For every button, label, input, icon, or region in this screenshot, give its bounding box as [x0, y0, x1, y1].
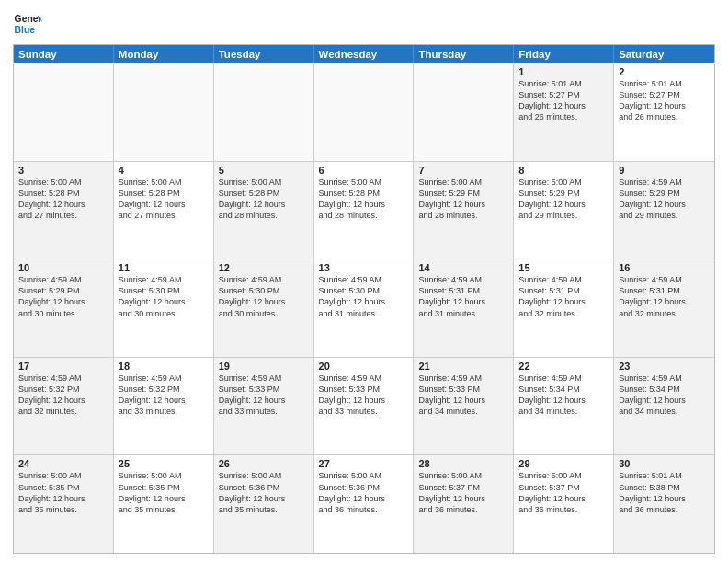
calendar-row-3: 10Sunrise: 4:59 AM Sunset: 5:29 PM Dayli…: [14, 259, 714, 357]
svg-text:Blue: Blue: [15, 25, 36, 35]
calendar-cell: [114, 63, 214, 161]
day-number: 22: [518, 361, 609, 372]
day-number: 4: [119, 165, 209, 176]
calendar-cell: 29Sunrise: 5:00 AM Sunset: 5:37 PM Dayli…: [514, 455, 614, 553]
day-number: 28: [418, 458, 508, 469]
calendar-cell: 1Sunrise: 5:01 AM Sunset: 5:27 PM Daylig…: [514, 63, 614, 161]
day-number: 5: [219, 165, 309, 176]
calendar-cell: 23Sunrise: 4:59 AM Sunset: 5:34 PM Dayli…: [614, 358, 714, 455]
cell-info: Sunrise: 4:59 AM Sunset: 5:31 PM Dayligh…: [518, 274, 609, 319]
cell-info: Sunrise: 4:59 AM Sunset: 5:32 PM Dayligh…: [119, 373, 209, 418]
calendar-row-1: 1Sunrise: 5:01 AM Sunset: 5:27 PM Daylig…: [14, 63, 714, 161]
calendar-cell: 3Sunrise: 5:00 AM Sunset: 5:28 PM Daylig…: [14, 162, 114, 259]
calendar-cell: 11Sunrise: 4:59 AM Sunset: 5:30 PM Dayli…: [114, 259, 214, 357]
calendar-cell: 22Sunrise: 4:59 AM Sunset: 5:34 PM Dayli…: [514, 358, 614, 455]
cell-info: Sunrise: 4:59 AM Sunset: 5:34 PM Dayligh…: [619, 373, 710, 418]
calendar-cell: [14, 63, 114, 161]
day-number: 3: [18, 165, 108, 176]
cell-info: Sunrise: 5:00 AM Sunset: 5:37 PM Dayligh…: [518, 470, 609, 515]
calendar-cell: [214, 63, 314, 161]
day-number: 21: [418, 361, 508, 372]
calendar-cell: [314, 63, 415, 161]
cell-info: Sunrise: 5:01 AM Sunset: 5:27 PM Dayligh…: [619, 78, 710, 123]
calendar-cell: 9Sunrise: 4:59 AM Sunset: 5:29 PM Daylig…: [614, 162, 714, 259]
calendar-cell: 28Sunrise: 5:00 AM Sunset: 5:37 PM Dayli…: [414, 455, 514, 553]
cell-info: Sunrise: 4:59 AM Sunset: 5:30 PM Dayligh…: [119, 274, 209, 319]
cell-info: Sunrise: 5:00 AM Sunset: 5:35 PM Dayligh…: [119, 470, 209, 515]
header-day-wednesday: Wednesday: [314, 45, 415, 63]
cell-info: Sunrise: 4:59 AM Sunset: 5:29 PM Dayligh…: [619, 177, 710, 222]
calendar-cell: 21Sunrise: 4:59 AM Sunset: 5:33 PM Dayli…: [414, 358, 514, 455]
calendar-row-2: 3Sunrise: 5:00 AM Sunset: 5:28 PM Daylig…: [14, 161, 714, 259]
day-number: 11: [119, 262, 209, 273]
header: General Blue: [13, 9, 715, 39]
cell-info: Sunrise: 5:00 AM Sunset: 5:28 PM Dayligh…: [18, 177, 108, 222]
cell-info: Sunrise: 5:00 AM Sunset: 5:29 PM Dayligh…: [418, 177, 508, 222]
header-day-saturday: Saturday: [614, 45, 714, 63]
logo-icon: General Blue: [13, 9, 42, 39]
cell-info: Sunrise: 5:01 AM Sunset: 5:27 PM Dayligh…: [518, 78, 609, 123]
calendar-cell: 30Sunrise: 5:01 AM Sunset: 5:38 PM Dayli…: [614, 455, 714, 553]
day-number: 7: [418, 165, 508, 176]
calendar-cell: 19Sunrise: 4:59 AM Sunset: 5:33 PM Dayli…: [214, 358, 314, 455]
day-number: 16: [619, 262, 710, 273]
calendar-cell: 18Sunrise: 4:59 AM Sunset: 5:32 PM Dayli…: [114, 358, 214, 455]
day-number: 10: [18, 262, 108, 273]
header-day-thursday: Thursday: [414, 45, 514, 63]
day-number: 15: [518, 262, 609, 273]
day-number: 2: [619, 66, 710, 77]
day-number: 19: [219, 361, 309, 372]
day-number: 25: [119, 458, 209, 469]
cell-info: Sunrise: 5:00 AM Sunset: 5:28 PM Dayligh…: [119, 177, 209, 222]
calendar-cell: 2Sunrise: 5:01 AM Sunset: 5:27 PM Daylig…: [614, 63, 714, 161]
calendar-cell: 4Sunrise: 5:00 AM Sunset: 5:28 PM Daylig…: [114, 162, 214, 259]
calendar-cell: 8Sunrise: 5:00 AM Sunset: 5:29 PM Daylig…: [514, 162, 614, 259]
cell-info: Sunrise: 4:59 AM Sunset: 5:33 PM Dayligh…: [418, 373, 508, 418]
calendar-cell: 16Sunrise: 4:59 AM Sunset: 5:31 PM Dayli…: [614, 259, 714, 357]
cell-info: Sunrise: 5:01 AM Sunset: 5:38 PM Dayligh…: [619, 470, 710, 515]
calendar-cell: 5Sunrise: 5:00 AM Sunset: 5:28 PM Daylig…: [214, 162, 314, 259]
header-day-monday: Monday: [114, 45, 214, 63]
calendar-row-5: 24Sunrise: 5:00 AM Sunset: 5:35 PM Dayli…: [14, 454, 714, 553]
cell-info: Sunrise: 5:00 AM Sunset: 5:35 PM Dayligh…: [18, 470, 108, 515]
cell-info: Sunrise: 5:00 AM Sunset: 5:29 PM Dayligh…: [518, 177, 609, 222]
cell-info: Sunrise: 5:00 AM Sunset: 5:36 PM Dayligh…: [319, 470, 409, 515]
cell-info: Sunrise: 5:00 AM Sunset: 5:28 PM Dayligh…: [319, 177, 409, 222]
day-number: 14: [418, 262, 508, 273]
cell-info: Sunrise: 4:59 AM Sunset: 5:30 PM Dayligh…: [219, 274, 309, 319]
day-number: 24: [18, 458, 108, 469]
day-number: 1: [518, 66, 609, 77]
cell-info: Sunrise: 4:59 AM Sunset: 5:31 PM Dayligh…: [418, 274, 508, 319]
calendar-cell: [414, 63, 514, 161]
header-day-friday: Friday: [514, 45, 614, 63]
cell-info: Sunrise: 4:59 AM Sunset: 5:32 PM Dayligh…: [18, 373, 108, 418]
day-number: 8: [518, 165, 609, 176]
calendar: SundayMondayTuesdayWednesdayThursdayFrid…: [13, 44, 715, 554]
cell-info: Sunrise: 4:59 AM Sunset: 5:29 PM Dayligh…: [18, 274, 108, 319]
cell-info: Sunrise: 4:59 AM Sunset: 5:33 PM Dayligh…: [219, 373, 309, 418]
calendar-cell: 20Sunrise: 4:59 AM Sunset: 5:33 PM Dayli…: [314, 358, 415, 455]
page: General Blue SundayMondayTuesdayWednesda…: [0, 0, 728, 563]
calendar-body: 1Sunrise: 5:01 AM Sunset: 5:27 PM Daylig…: [14, 63, 714, 553]
cell-info: Sunrise: 5:00 AM Sunset: 5:37 PM Dayligh…: [418, 470, 508, 515]
day-number: 23: [619, 361, 710, 372]
day-number: 12: [219, 262, 309, 273]
day-number: 20: [319, 361, 409, 372]
calendar-cell: 15Sunrise: 4:59 AM Sunset: 5:31 PM Dayli…: [514, 259, 614, 357]
cell-info: Sunrise: 5:00 AM Sunset: 5:36 PM Dayligh…: [219, 470, 309, 515]
day-number: 6: [319, 165, 409, 176]
cell-info: Sunrise: 4:59 AM Sunset: 5:34 PM Dayligh…: [518, 373, 609, 418]
day-number: 30: [619, 458, 710, 469]
day-number: 27: [319, 458, 409, 469]
day-number: 13: [319, 262, 409, 273]
cell-info: Sunrise: 4:59 AM Sunset: 5:30 PM Dayligh…: [319, 274, 409, 319]
cell-info: Sunrise: 4:59 AM Sunset: 5:33 PM Dayligh…: [319, 373, 409, 418]
calendar-cell: 27Sunrise: 5:00 AM Sunset: 5:36 PM Dayli…: [314, 455, 415, 553]
calendar-cell: 14Sunrise: 4:59 AM Sunset: 5:31 PM Dayli…: [414, 259, 514, 357]
day-number: 9: [619, 165, 710, 176]
calendar-row-4: 17Sunrise: 4:59 AM Sunset: 5:32 PM Dayli…: [14, 357, 714, 455]
calendar-cell: 25Sunrise: 5:00 AM Sunset: 5:35 PM Dayli…: [114, 455, 214, 553]
day-number: 29: [518, 458, 609, 469]
cell-info: Sunrise: 4:59 AM Sunset: 5:31 PM Dayligh…: [619, 274, 710, 319]
header-day-tuesday: Tuesday: [214, 45, 314, 63]
